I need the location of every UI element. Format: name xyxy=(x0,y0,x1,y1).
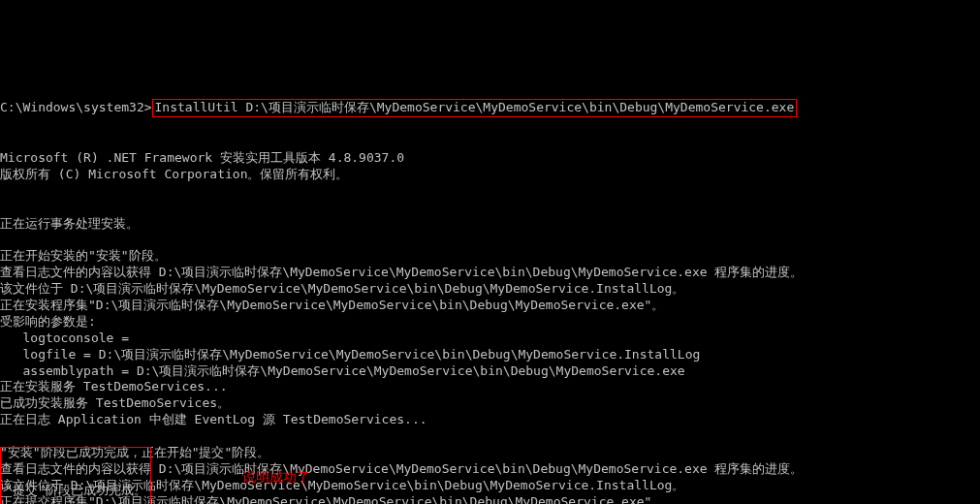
command-line: C:\Windows\system32>InstallUtil D:\项目演示临… xyxy=(0,100,980,117)
output-line xyxy=(0,232,980,248)
output-line: logtoconsole = xyxy=(0,331,980,347)
output-line xyxy=(0,183,980,200)
prompt: C:\Windows\system32> xyxy=(0,100,152,114)
success-box: "提交"阶段已成功完成。 已完成事务处理安装。 xyxy=(0,447,151,504)
output-line: 正在运行事务处理安装。 xyxy=(0,216,980,233)
output-line: Microsoft (R) .NET Framework 安装实用工具版本 4.… xyxy=(0,150,980,167)
terminal-output: C:\Windows\system32>InstallUtil D:\项目演示临… xyxy=(0,66,980,504)
output-line: 正在日志 Application 中创建 EventLog 源 TestDemo… xyxy=(0,412,980,428)
command-input[interactable]: InstallUtil D:\项目演示临时保存\MyDemoService\My… xyxy=(152,99,798,117)
success-line xyxy=(5,499,146,504)
output-line: 正在安装程序集"D:\项目演示临时保存\MyDemoService\MyDemo… xyxy=(0,298,980,314)
output-line: logfile = D:\项目演示临时保存\MyDemoService\MyDe… xyxy=(0,347,980,363)
annotation-text: 说明成功了 xyxy=(242,468,310,486)
output-line xyxy=(0,200,980,216)
output-line: 已成功安装服务 TestDemoServices。 xyxy=(0,395,980,412)
output-line: 受影响的参数是: xyxy=(0,314,980,331)
output-line: 查看日志文件的内容以获得 D:\项目演示临时保存\MyDemoService\M… xyxy=(0,265,980,281)
output-line: 正在开始安装的"安装"阶段。 xyxy=(0,248,980,265)
output-line: assemblypath = D:\项目演示临时保存\MyDemoService… xyxy=(0,363,980,380)
output-line: 版权所有 (C) Microsoft Corporation。保留所有权利。 xyxy=(0,167,980,183)
output-line: 该文件位于 D:\项目演示临时保存\MyDemoService\MyDemoSe… xyxy=(0,281,980,298)
output-line: 正在安装服务 TestDemoServices... xyxy=(0,379,980,395)
output-line xyxy=(0,428,980,445)
success-line: "提交"阶段已成功完成。 xyxy=(5,483,146,499)
